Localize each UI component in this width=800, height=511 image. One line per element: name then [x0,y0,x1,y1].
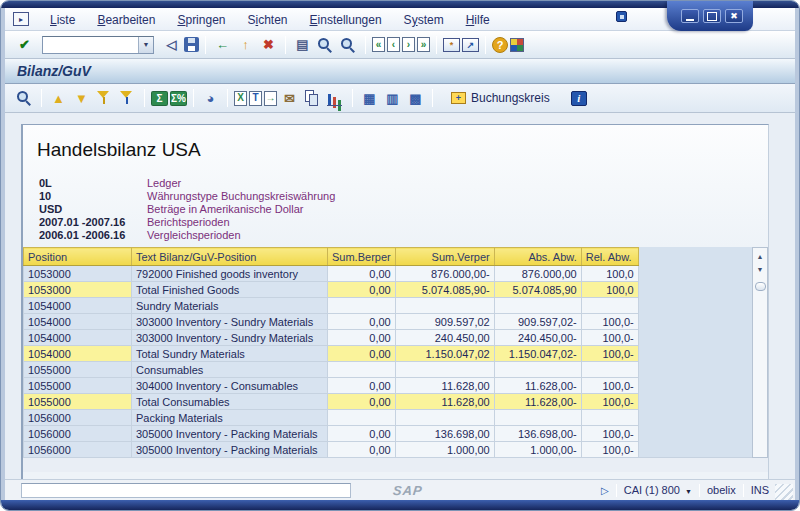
status-expand-icon[interactable]: ▷ [601,485,609,496]
column-header[interactable]: Text Bilanz/GuV-Position [132,248,328,266]
sort-ascending-icon[interactable]: ▲ [48,88,69,108]
status-system-text: CAI (1) 800 [624,484,680,496]
alv-grid-icon[interactable]: ▦ [359,88,380,108]
screen-title: Bilanz/GuV [17,63,91,79]
cell-text: 305000 Inventory - Packing Materials [132,442,328,458]
collapse-command-field-icon[interactable]: ◁ [161,35,182,55]
table-row[interactable]: 1055000304000 Inventory - Consumables0,0… [24,378,639,394]
gui-status-icon[interactable] [616,11,627,22]
word-processing-icon[interactable]: T [249,91,262,106]
buchungskreis-button[interactable]: + Buchungskreis [444,89,557,107]
column-header[interactable]: Sum.Verper [395,248,494,266]
column-header[interactable]: Position [24,248,132,266]
table-row[interactable]: 1054000Sundry Materials [24,298,639,314]
cell-rel_abw: 100,0- [581,378,638,394]
table-row[interactable]: 1053000792000 Finished goods inventory0,… [24,266,639,282]
column-header[interactable]: Rel. Abw. [581,248,638,266]
resize-grip[interactable] [775,484,793,500]
subtotal-icon[interactable]: Σ% [170,91,187,106]
new-session-icon[interactable]: * [443,38,460,52]
enter-icon[interactable]: ✔ [14,35,35,55]
spreadsheet-icon[interactable]: X [234,91,247,106]
sap-logo: SAP [392,483,423,498]
minimize-button[interactable] [681,9,699,23]
back-icon[interactable]: ← [212,35,233,55]
table-row[interactable]: 1056000305000 Inventory - Packing Materi… [24,426,639,442]
vertical-scrollbar[interactable]: ▲ ▼ [752,247,768,458]
table-row[interactable]: 1055000Total Consumables0,0011.628,0011.… [24,394,639,410]
table-row[interactable]: 1054000303000 Inventory - Sundry Materia… [24,314,639,330]
cancel-icon[interactable]: ✖ [258,35,279,55]
cell-position: 1056000 [24,426,132,442]
local-file-icon[interactable]: → [264,91,277,106]
help-icon[interactable]: ? [492,37,508,53]
buchungskreis-label: Buchungskreis [471,91,550,105]
cell-sum_berper: 0,00 [328,266,396,282]
find-next-icon[interactable] [338,35,359,55]
cell-position: 1056000 [24,410,132,426]
table-row[interactable]: 1056000305000 Inventory - Packing Materi… [24,442,639,458]
print-icon[interactable]: ▤ [292,35,313,55]
next-page-icon[interactable]: › [402,37,415,52]
copy-icon[interactable] [302,88,323,108]
info-icon[interactable]: i [571,91,587,106]
command-field[interactable]: ▼ [42,36,154,54]
sum-icon[interactable]: Σ [151,91,168,106]
list-bottom-strip [23,458,768,472]
parameter-code: 0L [39,177,147,190]
create-shortcut-icon[interactable]: ↗ [462,38,479,52]
menu-item-springen[interactable]: Springen [166,13,236,27]
toolbar-separator [352,89,353,107]
find-icon[interactable] [315,35,336,55]
scrollbar-thumb[interactable] [755,282,766,291]
system-menu-icon[interactable]: ▸ [13,12,29,26]
customize-layout-icon[interactable] [510,38,524,52]
cell-position: 1054000 [24,346,132,362]
menu-item-einstellungen[interactable]: Einstellungen [299,13,393,27]
close-button[interactable] [725,9,743,23]
table-row[interactable]: 1054000303000 Inventory - Sundry Materia… [24,330,639,346]
menu-item-hilfe[interactable]: Hilfe [455,13,501,27]
graphics-icon[interactable] [325,88,346,108]
chevron-down-icon[interactable]: ▼ [685,488,692,495]
table-row[interactable]: 1053000Total Finished Goods0,005.074.085… [24,282,639,298]
table-row[interactable]: 1056000Packing Materials [24,410,639,426]
set-filter-icon[interactable] [94,88,115,108]
cell-rel_abw [581,410,638,426]
command-input[interactable] [43,37,138,53]
column-header[interactable]: Sum.Berper [328,248,396,266]
delete-filter-icon[interactable] [117,88,138,108]
menu-item-system[interactable]: System [393,13,455,27]
choose-detail-icon[interactable] [14,88,35,108]
sap-gui-window: ▸ ListeBearbeitenSpringenSichtenEinstell… [0,0,800,511]
maximize-button[interactable] [703,9,721,23]
toolbar-separator [205,36,206,54]
command-dropdown-icon[interactable]: ▼ [138,37,153,53]
menu-item-liste[interactable]: Liste [39,13,86,27]
menu-item-sichten[interactable]: Sichten [236,13,298,27]
first-page-icon[interactable]: « [372,37,385,52]
window-controls [667,1,753,31]
sort-descending-icon[interactable]: ▼ [71,88,92,108]
status-system-field[interactable]: CAI (1) 800▼ [624,484,692,496]
previous-page-icon[interactable]: ‹ [387,37,400,52]
list-filler [639,247,752,458]
status-message-field[interactable] [21,483,351,498]
table-row[interactable]: 1054000Total Sundry Materials0,001.150.0… [24,346,639,362]
scroll-up-icon[interactable]: ▲ [754,250,766,263]
drilldown-icon[interactable]: ◕ [200,88,221,108]
table-row[interactable]: 1055000Consumables [24,362,639,378]
scroll-down-icon[interactable]: ▼ [754,263,766,276]
menu-item-bearbeiten[interactable]: Bearbeiten [86,13,166,27]
save-icon[interactable] [184,37,199,52]
column-header[interactable]: Abs. Abw. [494,248,581,266]
last-page-icon[interactable]: » [417,37,430,52]
cell-text: 303000 Inventory - Sundry Materials [132,330,328,346]
cell-position: 1053000 [24,282,132,298]
parameter-code: 10 [39,190,147,203]
select-layout-icon[interactable]: ▥ [382,88,403,108]
mail-recipient-icon[interactable]: ✉ [279,88,300,108]
exit-icon[interactable]: ↑ [235,35,256,55]
save-layout-icon[interactable]: ▩ [405,88,426,108]
parameter-label: Ledger [147,177,181,190]
